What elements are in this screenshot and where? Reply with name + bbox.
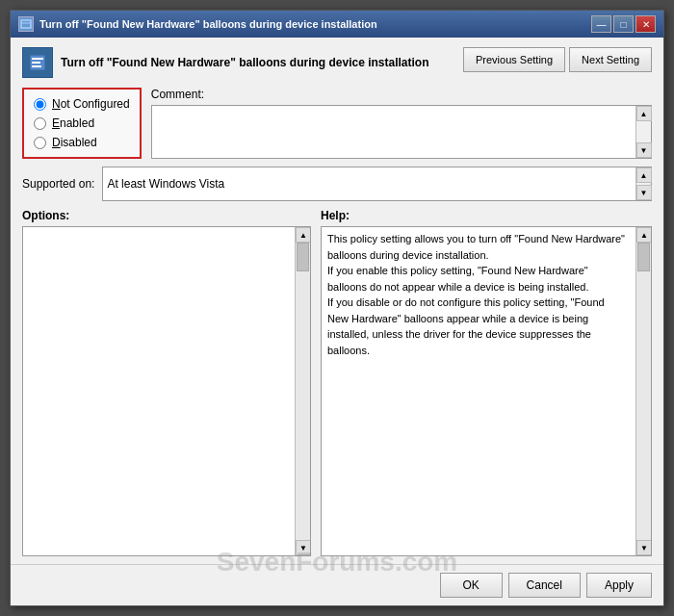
radio-enabled-input[interactable] (34, 117, 46, 130)
help-title: Help: (321, 209, 652, 222)
close-button[interactable]: ✕ (635, 15, 656, 33)
bottom-buttons: OK Cancel Apply (11, 564, 663, 605)
middle-section: Not Configured Enabled Disabled Comment:… (22, 88, 652, 159)
help-text-3: If you disable or do not configure this … (327, 295, 626, 358)
policy-icon (22, 47, 53, 78)
options-scroll-thumb (297, 243, 309, 271)
options-scroll-down[interactable]: ▼ (296, 540, 311, 555)
radio-enabled[interactable]: Enabled (34, 116, 130, 130)
supported-scroll-down[interactable]: ▼ (636, 185, 652, 200)
radio-disabled-label: Disabled (52, 136, 97, 149)
help-scroll-down[interactable]: ▼ (636, 540, 652, 555)
help-text-1: This policy setting allows you to turn o… (327, 231, 626, 263)
options-help-section: Options: ▲ ▼ Help: This policy setting a (22, 209, 652, 556)
svg-rect-3 (32, 58, 43, 60)
radio-box: Not Configured Enabled Disabled (22, 88, 142, 159)
radio-not-configured[interactable]: Not Configured (34, 97, 130, 111)
title-bar: Turn off "Found New Hardware" balloons d… (11, 11, 663, 38)
help-text-2: If you enable this policy setting, "Foun… (327, 263, 626, 295)
ok-button[interactable]: OK (440, 573, 503, 598)
previous-setting-button[interactable]: Previous Setting (463, 47, 565, 72)
supported-value-box: At least Windows Vista ▲ ▼ (102, 167, 652, 201)
supported-scroll-up[interactable]: ▲ (636, 167, 652, 183)
supported-scrollbar[interactable]: ▲ ▼ (635, 167, 651, 200)
minimize-button[interactable]: — (591, 15, 611, 33)
help-scroll-thumb (637, 243, 650, 271)
comment-textarea[interactable] (152, 106, 634, 158)
cancel-button[interactable]: Cancel (508, 573, 581, 598)
policy-title: Turn off "Found New Hardware" balloons d… (61, 56, 452, 69)
radio-not-configured-input[interactable] (34, 98, 46, 111)
help-scrollbar[interactable]: ▲ ▼ (635, 227, 651, 555)
supported-row: Supported on: At least Windows Vista ▲ ▼ (22, 167, 652, 201)
options-scroll-up[interactable]: ▲ (296, 227, 311, 243)
content-area: Turn off "Found New Hardware" balloons d… (11, 38, 663, 564)
window-icon (18, 16, 34, 32)
help-scroll-track (636, 243, 651, 540)
window-title: Turn off "Found New Hardware" balloons d… (39, 18, 377, 30)
apply-button[interactable]: Apply (586, 573, 652, 598)
svg-rect-5 (32, 65, 41, 67)
comment-scroll-down[interactable]: ▼ (636, 142, 652, 158)
supported-value: At least Windows Vista (107, 177, 224, 191)
options-panel: Options: ▲ ▼ (22, 209, 311, 556)
help-scroll-up[interactable]: ▲ (636, 227, 652, 243)
svg-rect-4 (32, 62, 40, 64)
comment-scrollbar[interactable]: ▲ ▼ (635, 106, 651, 158)
help-text-container: This policy setting allows you to turn o… (327, 231, 645, 358)
policy-title-row: Turn off "Found New Hardware" balloons d… (22, 47, 452, 78)
options-scrollbar[interactable]: ▲ ▼ (295, 227, 310, 555)
comment-section: Comment: ▲ ▼ (151, 88, 652, 159)
nav-buttons: Previous Setting Next Setting (463, 47, 652, 72)
comment-scroll-up[interactable]: ▲ (636, 106, 652, 121)
help-panel: Help: This policy setting allows you to … (321, 209, 652, 556)
comment-label: Comment: (151, 88, 652, 101)
top-section: Turn off "Found New Hardware" balloons d… (22, 47, 652, 78)
options-title: Options: (22, 209, 311, 222)
comment-box: ▲ ▼ (151, 105, 652, 159)
options-content: ▲ ▼ (22, 226, 311, 556)
next-setting-button[interactable]: Next Setting (569, 47, 652, 72)
options-scroll-track (296, 243, 310, 540)
radio-not-configured-label: Not Configured (52, 97, 130, 111)
svg-rect-0 (21, 20, 31, 28)
supported-label: Supported on: (22, 177, 94, 191)
radio-disabled[interactable]: Disabled (34, 136, 130, 149)
help-content: This policy setting allows you to turn o… (321, 226, 652, 556)
maximize-button[interactable]: □ (613, 15, 634, 33)
radio-disabled-input[interactable] (34, 137, 46, 149)
radio-enabled-label: Enabled (52, 116, 94, 130)
main-window: Turn off "Found New Hardware" balloons d… (10, 10, 664, 606)
title-bar-controls: — □ ✕ (591, 15, 656, 33)
title-bar-left: Turn off "Found New Hardware" balloons d… (18, 16, 377, 32)
